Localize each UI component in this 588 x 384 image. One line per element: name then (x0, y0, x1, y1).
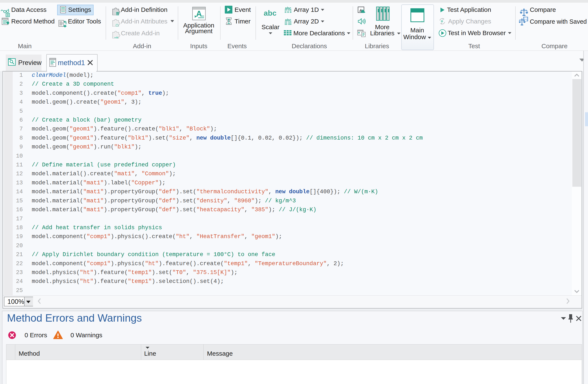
svg-text:abc: abc (285, 18, 292, 22)
svg-text:A: A (196, 9, 202, 18)
svg-text:abc: abc (264, 10, 276, 17)
